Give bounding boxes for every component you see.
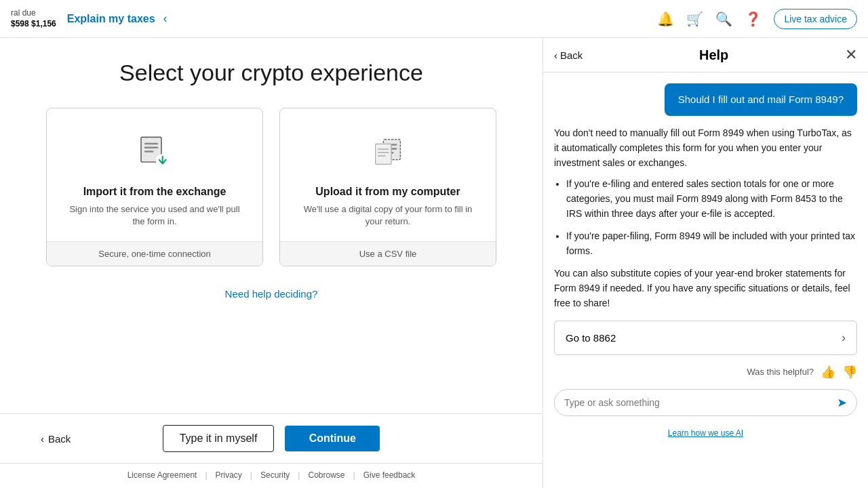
tax-amount2: $1,156 [31,19,56,28]
help-bullets: If you're e-filing and entered sales sec… [566,176,857,259]
svg-rect-10 [378,148,389,150]
import-card[interactable]: Import it from the exchange Sign into th… [46,108,263,266]
help-bullet-2: If you're paper-filing, Form 8949 will b… [566,228,857,259]
security-link[interactable]: Security [260,470,290,480]
page-title: Select your crypto experience [119,60,423,86]
help-input-row: ➤ [554,389,857,416]
continue-button[interactable]: Continue [285,426,380,451]
help-bullet-1: If you're e-filing and entered sales sec… [566,176,857,222]
upload-card-desc: We'll use a digital copy of your form to… [296,203,479,228]
privacy-link[interactable]: Privacy [216,470,242,480]
nav-icons: 🔔 🛒 🔍 ❓ Live tax advice [657,9,857,29]
svg-rect-1 [144,143,158,145]
goto-label: Go to 8862 [566,332,616,344]
help-header: ‹ Back Help ✕ [543,38,868,73]
main-layout: Select your crypto experience [0,38,868,488]
thumbs-down-button[interactable]: 👎 [842,365,857,380]
svg-rect-2 [144,147,158,149]
help-back-chevron-icon: ‹ [554,49,557,61]
back-label: Back [48,433,71,445]
cards-row: Import it from the exchange Sign into th… [41,108,502,266]
help-close-button[interactable]: ✕ [845,46,857,64]
helpful-label: Was this helpful? [747,367,814,377]
send-button[interactable]: ➤ [837,395,847,410]
bell-icon[interactable]: 🔔 [657,11,674,27]
live-advice-button[interactable]: Live tax advice [774,9,857,29]
back-button[interactable]: ‹ Back [41,433,71,445]
help-answer-outro: You can also substitute copies of your y… [554,266,857,311]
left-content: Select your crypto experience [0,38,542,413]
upload-card-body: Upload it from my computer We'll use a d… [280,108,496,241]
give-feedback-link[interactable]: Give feedback [363,470,416,480]
help-body: Should I fill out and mail Form 8949? Yo… [543,73,868,488]
help-back-label: Back [560,49,583,61]
tax-label: ral due [11,8,36,18]
tax-due: ral due $598 $1,156 [11,8,56,29]
import-card-desc: Sign into the service you used and we'll… [63,203,246,228]
left-panel: Select your crypto experience [0,38,542,488]
top-nav: ral due $598 $1,156 Explain my taxes ‹ 🔔… [0,0,868,38]
footer: License Agreement | Privacy | Security |… [0,463,542,488]
help-deciding-link[interactable]: Need help deciding? [225,288,318,300]
import-card-footer: Secure, one-time connection [47,241,262,266]
svg-rect-3 [144,150,153,152]
help-back-button[interactable]: ‹ Back [554,49,583,61]
import-card-body: Import it from the exchange Sign into th… [47,108,262,241]
svg-rect-11 [378,152,389,153]
tax-amount1: $598 [11,19,29,28]
import-card-title: Import it from the exchange [83,186,226,198]
bottom-bar: ‹ Back Type it in myself Continue [0,413,542,463]
goto-8862-card[interactable]: Go to 8862 › [554,321,857,355]
nav-left: ral due $598 $1,156 Explain my taxes ‹ [11,8,167,29]
help-question-button[interactable]: Should I fill out and mail Form 8949? [665,83,857,116]
thumbs-up-button[interactable]: 👍 [821,365,835,380]
import-icon [130,127,179,176]
type-it-myself-button[interactable]: Type it in myself [163,425,275,452]
helpful-row: Was this helpful? 👍 👎 [554,365,857,380]
right-panel: ‹ Back Help ✕ Should I fill out and mail… [542,38,868,488]
upload-icon [363,127,412,176]
help-chat-input[interactable] [564,397,831,408]
nav-back-chevron-icon[interactable]: ‹ [163,12,167,26]
help-title: Help [699,47,728,63]
svg-rect-9 [376,144,391,164]
license-agreement-link[interactable]: License Agreement [127,470,197,480]
upload-card-footer: Use a CSV file [280,241,496,266]
upload-card[interactable]: Upload it from my computer We'll use a d… [279,108,496,266]
chevron-right-icon: › [842,331,846,345]
back-chevron-icon: ‹ [41,433,44,445]
search-icon[interactable]: 🔍 [715,11,732,27]
learn-ai-link[interactable]: Learn how we use AI [554,428,857,438]
help-answer: You don't need to manually fill out Form… [554,125,857,311]
upload-card-title: Upload it from my computer [315,186,460,198]
svg-rect-12 [378,155,386,157]
cobrowse-link[interactable]: Cobrowse [308,470,344,480]
cart-icon[interactable]: 🛒 [686,11,703,27]
help-answer-intro: You don't need to manually fill out Form… [554,125,857,171]
help-circle-icon[interactable]: ❓ [745,11,762,27]
nav-title: Explain my taxes [67,13,155,25]
